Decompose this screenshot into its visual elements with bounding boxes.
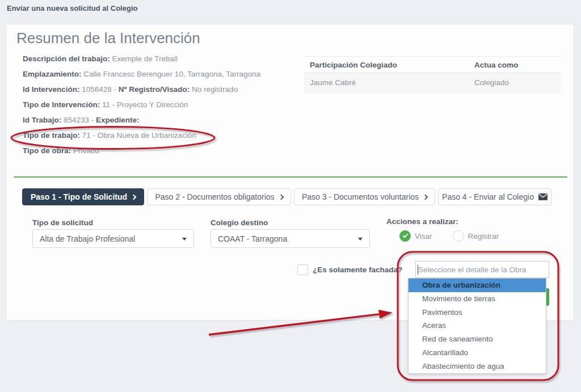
obra-detail-dropdown-list: Obra de urbanización Movimiento de tierr… xyxy=(408,278,546,374)
acciones-radios: Visar Registrar xyxy=(399,230,499,242)
detail-row: Tipo de obra: Privado xyxy=(23,146,289,162)
dropdown-option[interactable]: Abastecimiento de agua xyxy=(409,360,546,373)
chevron-right-icon xyxy=(423,194,428,200)
radio-visar[interactable]: Visar xyxy=(399,230,432,242)
tab-paso-1[interactable]: Paso 1 - Tipo de Solicitud xyxy=(22,188,144,205)
detail-row: Descripción del trabajo: Exemple de Treb… xyxy=(23,54,289,70)
detail-row: Id Intervención: 1056428 - Nº Registro/V… xyxy=(23,85,289,100)
radio-unchecked-icon xyxy=(453,230,464,242)
caret-down-icon xyxy=(358,238,363,241)
dropdown-option[interactable]: Pavimentos xyxy=(409,306,546,319)
breadcrumb-title: Enviar una nueva solicitud al Colegio xyxy=(7,4,137,12)
dropdown-option[interactable]: Movimiento de tierras xyxy=(409,292,546,306)
participants-table-header: Participación Colegiado Actua como xyxy=(304,56,561,73)
page: Enviar una nueva solicitud al Colegio Re… xyxy=(0,0,581,392)
dropdown-option[interactable]: Aceras xyxy=(409,319,546,332)
participants-table: Participación Colegiado Actua como Jaume… xyxy=(304,56,561,92)
tipo-solicitud-select[interactable]: Alta de Trabajo Profesional xyxy=(32,229,194,248)
acciones-label: Acciones a realizar: xyxy=(386,217,458,226)
radio-checked-icon xyxy=(399,230,411,242)
column-header: Actua como xyxy=(474,61,561,69)
column-header: Participación Colegiado xyxy=(304,61,474,69)
fachada-label: ¿Es solamente fachada? xyxy=(313,265,402,274)
tab-paso-3[interactable]: Paso 3 - Documentos voluntarios xyxy=(294,188,435,205)
envelope-icon xyxy=(538,193,548,200)
tipo-solicitud-label: Tipo de solicitud xyxy=(32,218,93,227)
dropdown-option-highlighted[interactable]: Obra de urbanización xyxy=(409,279,546,292)
detail-row: Id Trabajo: 854233 - Expediente: xyxy=(23,116,289,131)
participant-role: Colegiado xyxy=(474,78,561,87)
fachada-checkbox[interactable] xyxy=(297,264,308,275)
detail-row: Tipo de Intervención: 11 - Proyecto Y Di… xyxy=(23,100,289,116)
dropdown-option[interactable]: Red de saneamiento xyxy=(409,332,546,346)
green-divider xyxy=(14,176,567,178)
radio-registrar[interactable]: Registrar xyxy=(453,230,499,242)
section-title: Resumen de la Intervención xyxy=(16,29,200,47)
colegio-destino-label: Colegio destino xyxy=(210,218,268,227)
colegio-destino-select[interactable]: COAAT - Tarragona xyxy=(210,229,370,248)
chevron-right-icon xyxy=(278,194,284,200)
caret-down-icon xyxy=(182,238,187,241)
combobox-placeholder: Seleccione el detalle de la Obra xyxy=(418,265,527,274)
detail-row-tipo-trabajo: Tipo de trabajo: 71 - Obra Nueva de Urba… xyxy=(23,131,289,146)
detail-row: Emplazamiento: Calle Francesc Berenguer … xyxy=(23,70,289,85)
obra-detail-combobox-input[interactable]: Seleccione el detalle de la Obra xyxy=(415,261,549,278)
wizard-steps: Paso 1 - Tipo de Solicitud Paso 2 - Docu… xyxy=(22,188,551,205)
participant-name: Jaume Cabré xyxy=(304,78,474,87)
dropdown-option[interactable]: Alcantarillado xyxy=(409,346,546,360)
tab-paso-2[interactable]: Paso 2 - Documentos obligatorios xyxy=(147,188,291,205)
chevron-right-icon xyxy=(131,194,137,200)
intervention-details: Descripción del trabajo: Exemple de Treb… xyxy=(23,54,289,162)
table-row: Jaume Cabré Colegiado xyxy=(304,73,561,92)
tab-paso-4[interactable]: Paso 4 - Enviar al Colegio xyxy=(438,188,551,205)
